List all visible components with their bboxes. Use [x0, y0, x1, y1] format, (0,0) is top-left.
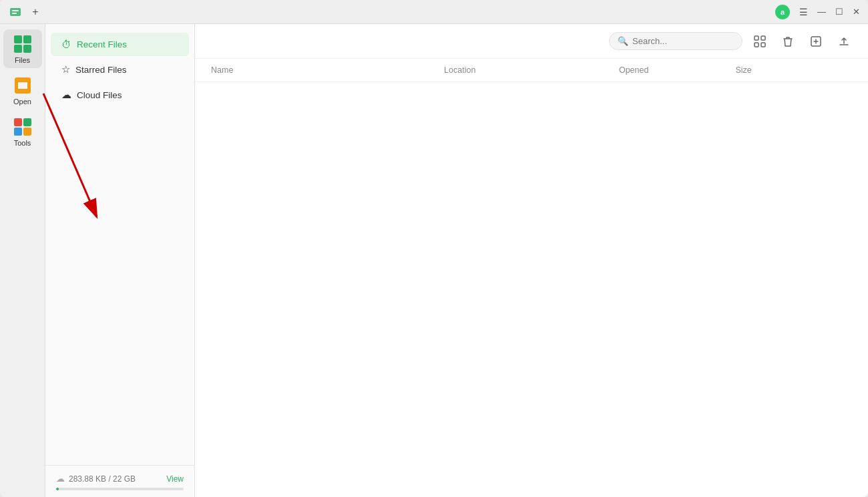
open-nav-icon — [13, 76, 32, 95]
recent-label: Recent Files — [77, 39, 127, 49]
add-file-button[interactable] — [805, 31, 827, 52]
upload-button[interactable] — [833, 31, 855, 52]
svg-rect-3 — [754, 36, 758, 40]
storage-bar — [56, 488, 184, 490]
minimize-button[interactable]: — — [817, 7, 826, 16]
titlebar-right: a ☰ — ☐ ✕ — [775, 5, 860, 19]
file-nav-starred[interactable]: ☆ Starred Files — [51, 57, 189, 81]
tools-nav-label: Tools — [14, 139, 31, 147]
menu-icon[interactable]: ☰ — [799, 7, 808, 17]
file-nav-recent[interactable]: ⏱ Recent Files — [51, 33, 189, 56]
files-nav-icon — [13, 35, 32, 53]
cloud-label: Cloud Files — [77, 90, 122, 100]
tools-nav-icon — [13, 118, 32, 136]
add-tab-button[interactable]: + — [28, 5, 43, 19]
file-nav-cloud[interactable]: ☁ Cloud Files — [51, 83, 189, 107]
table-area: Name Location Opened Size — [195, 59, 868, 497]
main-content: Files Open — [0, 24, 868, 497]
open-nav-label: Open — [13, 98, 31, 106]
titlebar: + a ☰ — ☐ ✕ — [0, 0, 868, 24]
close-button[interactable]: ✕ — [853, 7, 860, 16]
starred-label: Starred Files — [75, 65, 127, 75]
cloud-icon: ☁ — [61, 89, 71, 101]
storage-info: ☁ 283.88 KB / 22 GB View — [56, 474, 184, 484]
titlebar-left: + — [8, 5, 43, 19]
storage-text: 283.88 KB / 22 GB — [69, 474, 136, 484]
trash-button[interactable] — [777, 31, 799, 52]
star-icon: ☆ — [61, 63, 70, 75]
cloud-storage-icon: ☁ — [56, 474, 65, 484]
search-box[interactable]: 🔍 — [609, 32, 742, 50]
svg-rect-1 — [12, 10, 19, 11]
svg-rect-5 — [754, 43, 758, 47]
sidebar-item-tools[interactable]: Tools — [3, 112, 42, 151]
grid-view-button[interactable] — [749, 31, 771, 52]
file-nav-footer: ☁ 283.88 KB / 22 GB View — [45, 465, 194, 497]
svg-rect-2 — [12, 13, 17, 14]
maximize-button[interactable]: ☐ — [835, 7, 843, 16]
table-header: Name Location Opened Size — [195, 59, 868, 82]
main-panel: 🔍 — [195, 24, 868, 497]
svg-rect-6 — [761, 43, 765, 47]
toolbar: 🔍 — [195, 24, 868, 59]
search-icon: 🔍 — [618, 36, 628, 46]
svg-rect-4 — [761, 36, 765, 40]
file-nav: ⏱ Recent Files ☆ Starred Files ☁ Cloud F… — [45, 24, 195, 497]
col-name: Name — [211, 65, 444, 75]
sidebar-item-files[interactable]: Files — [3, 29, 42, 68]
storage-bar-fill — [56, 488, 59, 490]
col-opened: Opened — [619, 65, 736, 75]
avatar: a — [775, 5, 790, 19]
search-input[interactable] — [632, 36, 726, 46]
col-location: Location — [444, 65, 619, 75]
icon-nav: Files Open — [0, 24, 45, 497]
view-storage-link[interactable]: View — [166, 474, 184, 484]
recent-icon: ⏱ — [61, 39, 71, 50]
sidebar-item-open[interactable]: Open — [3, 71, 42, 110]
app-logo — [8, 5, 23, 19]
col-size: Size — [735, 65, 852, 75]
files-nav-label: Files — [15, 56, 30, 64]
svg-rect-0 — [10, 8, 21, 16]
